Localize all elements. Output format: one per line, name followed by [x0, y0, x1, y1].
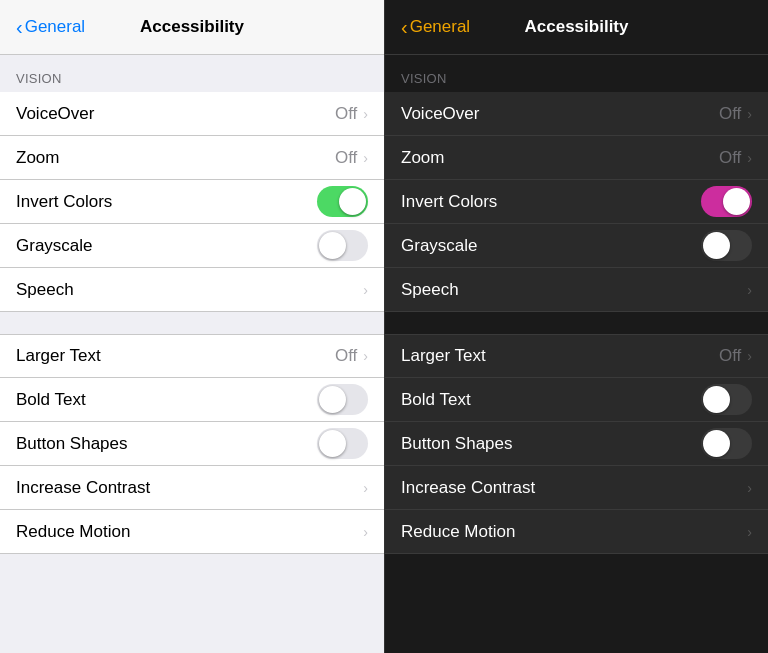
larger-text-label-light: Larger Text	[16, 346, 101, 366]
button-shapes-label-dark: Button Shapes	[401, 434, 513, 454]
reduce-motion-right-light: ›	[363, 524, 368, 540]
larger-text-value-light: Off	[335, 346, 357, 366]
speech-chevron-light: ›	[363, 282, 368, 298]
reduce-motion-label-light: Reduce Motion	[16, 522, 130, 542]
bold-text-label-dark: Bold Text	[401, 390, 471, 410]
invert-colors-row-light[interactable]: Invert Colors	[0, 180, 384, 224]
zoom-right-dark: Off ›	[719, 148, 752, 168]
header-dark: ‹ General Accessibility	[385, 0, 768, 55]
grayscale-toggle-light[interactable]	[317, 230, 368, 261]
speech-label-dark: Speech	[401, 280, 459, 300]
speech-row-light[interactable]: Speech ›	[0, 268, 384, 312]
grayscale-thumb-dark	[703, 232, 730, 259]
vision-group-light: VISION VoiceOver Off › Zoom Off › Invert…	[0, 55, 384, 312]
panel-light: ‹ General Accessibility VISION VoiceOver…	[0, 0, 384, 653]
back-chevron-icon: ‹	[16, 17, 23, 37]
voiceover-chevron-light: ›	[363, 106, 368, 122]
zoom-right-light: Off ›	[335, 148, 368, 168]
grayscale-label-light: Grayscale	[16, 236, 93, 256]
reduce-motion-chevron-dark: ›	[747, 524, 752, 540]
back-button-dark[interactable]: ‹ General	[401, 17, 470, 37]
reduce-motion-row-dark[interactable]: Reduce Motion ›	[385, 510, 768, 554]
grayscale-row-light[interactable]: Grayscale	[0, 224, 384, 268]
invert-colors-label-dark: Invert Colors	[401, 192, 497, 212]
back-chevron-icon-dark: ‹	[401, 17, 408, 37]
button-shapes-toggle-dark[interactable]	[701, 428, 752, 459]
separator-dark	[385, 312, 768, 334]
speech-right-dark: ›	[747, 282, 752, 298]
invert-colors-label-light: Invert Colors	[16, 192, 112, 212]
voiceover-row-light[interactable]: VoiceOver Off ›	[0, 92, 384, 136]
back-label-dark: General	[410, 17, 470, 37]
back-label-light: General	[25, 17, 85, 37]
increase-contrast-label-light: Increase Contrast	[16, 478, 150, 498]
voiceover-value-light: Off	[335, 104, 357, 124]
page-title-light: Accessibility	[140, 17, 244, 37]
voiceover-right-light: Off ›	[335, 104, 368, 124]
bold-text-toggle-light[interactable]	[317, 384, 368, 415]
increase-contrast-chevron-light: ›	[363, 480, 368, 496]
larger-text-row-light[interactable]: Larger Text Off ›	[0, 334, 384, 378]
bold-text-row-dark[interactable]: Bold Text	[385, 378, 768, 422]
zoom-row-dark[interactable]: Zoom Off ›	[385, 136, 768, 180]
panel-dark: ‹ General Accessibility VISION VoiceOver…	[384, 0, 768, 653]
bold-text-thumb-dark	[703, 386, 730, 413]
larger-text-label-dark: Larger Text	[401, 346, 486, 366]
increase-contrast-right-dark: ›	[747, 480, 752, 496]
vision-label-dark: VISION	[385, 55, 768, 92]
zoom-chevron-light: ›	[363, 150, 368, 166]
bold-text-toggle-dark[interactable]	[701, 384, 752, 415]
zoom-label-light: Zoom	[16, 148, 59, 168]
vision-label-light: VISION	[0, 55, 384, 92]
increase-contrast-row-light[interactable]: Increase Contrast ›	[0, 466, 384, 510]
back-button-light[interactable]: ‹ General	[16, 17, 85, 37]
larger-text-value-dark: Off	[719, 346, 741, 366]
grayscale-thumb-light	[319, 232, 346, 259]
vision-group-dark: VISION VoiceOver Off › Zoom Off › Invert…	[385, 55, 768, 312]
speech-right-light: ›	[363, 282, 368, 298]
text-group-dark: Larger Text Off › Bold Text Button Shape…	[385, 334, 768, 554]
invert-colors-thumb-dark	[723, 188, 750, 215]
grayscale-row-dark[interactable]: Grayscale	[385, 224, 768, 268]
grayscale-label-dark: Grayscale	[401, 236, 478, 256]
button-shapes-label-light: Button Shapes	[16, 434, 128, 454]
larger-text-right-dark: Off ›	[719, 346, 752, 366]
button-shapes-thumb-light	[319, 430, 346, 457]
zoom-label-dark: Zoom	[401, 148, 444, 168]
increase-contrast-right-light: ›	[363, 480, 368, 496]
larger-text-right-light: Off ›	[335, 346, 368, 366]
voiceover-label-dark: VoiceOver	[401, 104, 479, 124]
invert-colors-thumb-light	[339, 188, 366, 215]
reduce-motion-right-dark: ›	[747, 524, 752, 540]
reduce-motion-row-light[interactable]: Reduce Motion ›	[0, 510, 384, 554]
invert-colors-toggle-dark[interactable]	[701, 186, 752, 217]
invert-colors-row-dark[interactable]: Invert Colors	[385, 180, 768, 224]
button-shapes-row-light[interactable]: Button Shapes	[0, 422, 384, 466]
bold-text-label-light: Bold Text	[16, 390, 86, 410]
voiceover-value-dark: Off	[719, 104, 741, 124]
separator-light	[0, 312, 384, 334]
speech-chevron-dark: ›	[747, 282, 752, 298]
larger-text-row-dark[interactable]: Larger Text Off ›	[385, 334, 768, 378]
button-shapes-row-dark[interactable]: Button Shapes	[385, 422, 768, 466]
bold-text-thumb-light	[319, 386, 346, 413]
voiceover-row-dark[interactable]: VoiceOver Off ›	[385, 92, 768, 136]
invert-colors-toggle-light[interactable]	[317, 186, 368, 217]
text-group-light: Larger Text Off › Bold Text Button Shape…	[0, 334, 384, 554]
increase-contrast-row-dark[interactable]: Increase Contrast ›	[385, 466, 768, 510]
bold-text-row-light[interactable]: Bold Text	[0, 378, 384, 422]
page-title-dark: Accessibility	[525, 17, 629, 37]
zoom-value-light: Off	[335, 148, 357, 168]
speech-row-dark[interactable]: Speech ›	[385, 268, 768, 312]
larger-text-chevron-dark: ›	[747, 348, 752, 364]
button-shapes-thumb-dark	[703, 430, 730, 457]
increase-contrast-label-dark: Increase Contrast	[401, 478, 535, 498]
grayscale-toggle-dark[interactable]	[701, 230, 752, 261]
voiceover-chevron-dark: ›	[747, 106, 752, 122]
zoom-chevron-dark: ›	[747, 150, 752, 166]
increase-contrast-chevron-dark: ›	[747, 480, 752, 496]
voiceover-right-dark: Off ›	[719, 104, 752, 124]
zoom-value-dark: Off	[719, 148, 741, 168]
zoom-row-light[interactable]: Zoom Off ›	[0, 136, 384, 180]
button-shapes-toggle-light[interactable]	[317, 428, 368, 459]
